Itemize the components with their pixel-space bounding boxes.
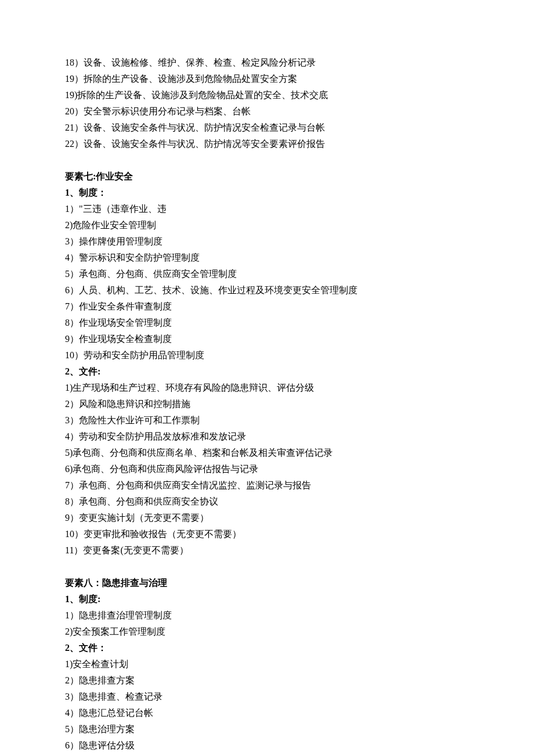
subheading-documents: 2、文件：	[65, 640, 469, 656]
list-item: 9）变更实施计划（无变更不需要）	[65, 510, 469, 526]
list-item: 2)危险作业安全管理制	[65, 217, 469, 233]
list-item: 8）作业现场安全管理制度	[65, 315, 469, 331]
list-item: 6)承包商、分包商和供应商风险评估报告与记录	[65, 461, 469, 477]
list-item: 21）设备、设施安全条件与状况、防护情况安全检查记录与台帐	[65, 120, 469, 136]
list-item: 4）警示标识和安全防护管理制度	[65, 250, 469, 266]
list-item: 4）隐患汇总登记台帐	[65, 705, 469, 721]
subheading-system: 1、制度：	[65, 185, 469, 201]
list-item: 2）风险和隐患辩识和控制措施	[65, 396, 469, 412]
list-item: 1）隐患排查治理管理制度	[65, 607, 469, 624]
list-item: 1)安全检查计划	[65, 656, 469, 672]
list-item: 18）设备、设施检修、维护、保养、检查、检定风险分析记录	[65, 55, 469, 71]
list-item: 7）承包商、分包商和供应商安全情况监控、监测记录与报告	[65, 477, 469, 494]
list-item: 2）隐患排查方案	[65, 672, 469, 689]
list-item: 5）隐患治理方案	[65, 721, 469, 737]
list-item: 11）变更备案(无变更不需要）	[65, 542, 469, 559]
list-item: 7)隐患排查和治理统计分析表	[65, 754, 469, 756]
section-7: 要素七:作业安全 1、制度： 1）"三违（违章作业、违 2)危险作业安全管理制 …	[65, 168, 469, 559]
section-spacer	[65, 152, 469, 168]
list-item: 4）劳动和安全防护用品发放标准和发放记录	[65, 429, 469, 445]
list-item: 2)安全预案工作管理制度	[65, 624, 469, 640]
subheading-system: 1、制度:	[65, 591, 469, 607]
list-item: 10）劳动和安全防护用品管理制度	[65, 347, 469, 363]
list-item: 3）操作牌使用管理制度	[65, 233, 469, 250]
list-item: 5）承包商、分包商、供应商安全管理制度	[65, 266, 469, 282]
list-item: 1）"三违（违章作业、违	[65, 201, 469, 217]
section-title: 要素七:作业安全	[65, 168, 469, 185]
list-item: 3）危险性大作业许可和工作票制	[65, 412, 469, 429]
section-8: 要素八：隐患排查与治理 1、制度: 1）隐患排查治理管理制度 2)安全预案工作管…	[65, 575, 469, 756]
list-item: 8）承包商、分包商和供应商安全协议	[65, 494, 469, 510]
section-spacer	[65, 559, 469, 575]
top-continued-list: 18）设备、设施检修、维护、保养、检查、检定风险分析记录 19）拆除的生产设备、…	[65, 55, 469, 152]
list-item: 5)承包商、分包商和供应商名单、档案和台帐及相关审查评估记录	[65, 445, 469, 461]
section-title: 要素八：隐患排查与治理	[65, 575, 469, 591]
list-item: 6）人员、机构、工艺、技术、设施、作业过程及环境变更安全管理制度	[65, 282, 469, 298]
list-item: 19)拆除的生产设备、设施涉及到危险物品处置的安全、技术交底	[65, 87, 469, 103]
list-item: 9）作业现场安全检查制度	[65, 331, 469, 347]
list-item: 3）隐患排查、检查记录	[65, 689, 469, 705]
list-item: 20）安全警示标识使用分布记录与档案、台帐	[65, 103, 469, 120]
list-item: 19）拆除的生产设备、设施涉及到危险物品处置安全方案	[65, 71, 469, 87]
list-item: 22）设备、设施安全条件与状况、防护情况等安全要素评价报告	[65, 136, 469, 152]
list-item: 10）变更审批和验收报告（无变更不需要）	[65, 526, 469, 542]
list-item: 6）隐患评估分级	[65, 737, 469, 754]
list-item: 7）作业安全条件审查制度	[65, 298, 469, 315]
list-item: 1)生产现场和生产过程、环境存有风险的隐患辩识、评估分级	[65, 380, 469, 396]
subheading-documents: 2、文件:	[65, 363, 469, 380]
